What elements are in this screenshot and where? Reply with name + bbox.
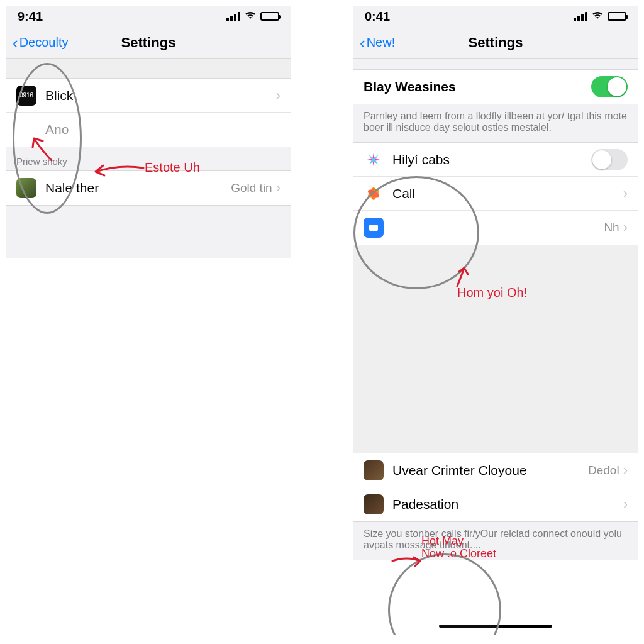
- phone-left: 9:41 ‹ Decoulty Settings 0916 Blick › An…: [6, 6, 291, 258]
- row-label: Ano: [45, 122, 280, 137]
- section-footer: Size you stonber calls fir/yOur relclad …: [353, 522, 638, 560]
- row-label: Blick: [45, 88, 276, 103]
- nav-header: ‹ New! Settings: [353, 26, 638, 59]
- chevron-right-icon: ›: [623, 496, 628, 513]
- row-call[interactable]: Call ›: [353, 177, 638, 211]
- avatar-icon: [364, 494, 384, 514]
- row-value: Nh: [604, 221, 619, 235]
- star-burst-icon: [364, 150, 384, 170]
- row-label: Padesation: [392, 497, 623, 512]
- section-blay: Blay Weasines: [353, 69, 638, 104]
- flower-icon: [364, 184, 384, 204]
- status-icons: [226, 10, 279, 23]
- phone-right: 0:41 ‹ New! Settings Blay Weasines Parnl…: [353, 6, 638, 635]
- status-bar: 0:41: [353, 6, 638, 26]
- spacer: [353, 245, 638, 453]
- avatar-icon: [364, 460, 384, 480]
- row-label: Hilyí cabs: [392, 152, 591, 167]
- back-button[interactable]: ‹ Decoulty: [13, 35, 68, 51]
- row-value: Dedol: [588, 464, 619, 477]
- status-bar: 9:41: [6, 6, 291, 26]
- svg-rect-3: [369, 225, 378, 231]
- row-nalether[interactable]: Nale ther Gold tin ›: [6, 171, 291, 205]
- chevron-right-icon: ›: [276, 180, 280, 196]
- row-padesation[interactable]: Padesation ›: [353, 487, 638, 521]
- blick-icon: 0916: [16, 86, 36, 106]
- card-icon: [364, 218, 384, 238]
- status-time: 9:41: [18, 9, 43, 24]
- section-blick: 0916 Blick › Ano: [6, 78, 291, 147]
- toggle-switch[interactable]: [591, 149, 628, 170]
- back-button[interactable]: ‹ New!: [360, 35, 395, 51]
- row-label: Nale ther: [45, 180, 231, 196]
- chevron-left-icon: ‹: [13, 35, 18, 51]
- row-label: Uvear Crimter Cloyoue: [392, 463, 588, 478]
- row-blick[interactable]: 0916 Blick ›: [6, 79, 291, 113]
- row-blay-weasines[interactable]: Blay Weasines: [353, 70, 638, 104]
- chevron-right-icon: ›: [623, 219, 628, 236]
- section-nale: Nale ther Gold tin ›: [6, 170, 291, 206]
- photo-icon: [16, 178, 36, 198]
- home-indicator[interactable]: [439, 625, 552, 628]
- battery-icon: [608, 12, 626, 21]
- chevron-right-icon: ›: [623, 462, 628, 479]
- status-time: 0:41: [365, 9, 390, 24]
- page-title: Settings: [353, 35, 638, 51]
- section-apps: Hilyí cabs Call › Nh ›: [353, 142, 638, 245]
- wifi-icon: [244, 10, 257, 23]
- back-label: New!: [367, 35, 396, 50]
- row-label: Call: [392, 186, 623, 201]
- nav-header: ‹ Decoulty Settings: [6, 26, 291, 59]
- cellular-icon: [574, 12, 587, 21]
- section-footer: Parnley and leem from a llodfly illbeen …: [353, 104, 638, 142]
- chevron-right-icon: ›: [623, 186, 628, 202]
- chevron-right-icon: ›: [276, 87, 280, 104]
- wifi-icon: [591, 10, 604, 23]
- cellular-icon: [226, 12, 240, 21]
- row-value: Gold tin: [231, 181, 272, 195]
- row-label: Blay Weasines: [364, 79, 591, 94]
- back-label: Decoulty: [19, 35, 69, 50]
- row-hilyi-cabs[interactable]: Hilyí cabs: [353, 143, 638, 177]
- section-contacts: Uvear Crimter Cloyoue Dedol › Padesation…: [353, 453, 638, 522]
- row-uvear[interactable]: Uvear Crimter Cloyoue Dedol ›: [353, 453, 638, 487]
- row-blank[interactable]: Nh ›: [353, 211, 638, 245]
- toggle-switch[interactable]: [591, 76, 628, 97]
- row-ano[interactable]: Ano: [6, 113, 291, 147]
- battery-icon: [260, 12, 279, 21]
- status-icons: [574, 10, 626, 23]
- section-header-preview: Priew shoky: [6, 147, 291, 170]
- chevron-left-icon: ‹: [360, 35, 365, 51]
